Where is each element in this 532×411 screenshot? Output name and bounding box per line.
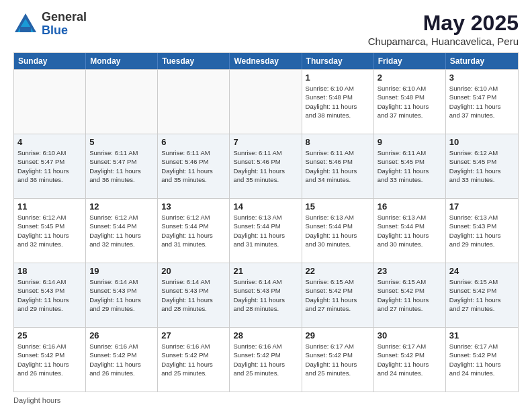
cal-cell: 15Sunrise: 6:13 AM Sunset: 5:44 PM Dayli… [302,199,374,263]
day-info: Sunrise: 6:16 AM Sunset: 5:42 PM Dayligh… [233,342,298,377]
cal-header-saturday: Saturday [446,53,518,69]
cal-week-4: 18Sunrise: 6:14 AM Sunset: 5:43 PM Dayli… [14,263,518,327]
cal-cell: 4Sunrise: 6:10 AM Sunset: 5:47 PM Daylig… [14,134,86,198]
day-number: 18 [17,266,82,276]
cal-cell: 3Sunrise: 6:10 AM Sunset: 5:47 PM Daylig… [446,70,518,134]
day-number: 6 [161,137,226,147]
day-info: Sunrise: 6:15 AM Sunset: 5:42 PM Dayligh… [449,277,515,313]
calendar-header-row: SundayMondayTuesdayWednesdayThursdayFrid… [14,53,518,69]
cal-header-sunday: Sunday [14,53,86,69]
cal-cell: 21Sunrise: 6:14 AM Sunset: 5:43 PM Dayli… [230,263,302,327]
svg-rect-2 [20,27,31,32]
cal-header-wednesday: Wednesday [230,53,302,69]
cal-cell: 16Sunrise: 6:13 AM Sunset: 5:44 PM Dayli… [374,199,446,263]
cal-cell: 2Sunrise: 6:10 AM Sunset: 5:48 PM Daylig… [374,70,446,134]
day-info: Sunrise: 6:10 AM Sunset: 5:48 PM Dayligh… [306,84,370,120]
day-info: Sunrise: 6:13 AM Sunset: 5:44 PM Dayligh… [233,213,298,248]
day-info: Sunrise: 6:17 AM Sunset: 5:42 PM Dayligh… [378,342,442,377]
cal-cell: 24Sunrise: 6:15 AM Sunset: 5:42 PM Dayli… [446,263,518,327]
day-info: Sunrise: 6:16 AM Sunset: 5:42 PM Dayligh… [89,342,154,377]
day-info: Sunrise: 6:11 AM Sunset: 5:46 PM Dayligh… [161,148,226,184]
header: General Blue May 2025 Chupamarca, Huanca… [13,11,519,47]
day-number: 19 [89,266,154,276]
day-number: 29 [306,330,370,340]
day-info: Sunrise: 6:13 AM Sunset: 5:44 PM Dayligh… [306,213,370,248]
cal-cell: 23Sunrise: 6:15 AM Sunset: 5:42 PM Dayli… [374,263,446,327]
day-info: Sunrise: 6:10 AM Sunset: 5:47 PM Dayligh… [449,84,515,120]
day-info: Sunrise: 6:16 AM Sunset: 5:42 PM Dayligh… [17,342,82,377]
day-number: 22 [306,266,370,276]
cal-cell: 11Sunrise: 6:12 AM Sunset: 5:45 PM Dayli… [14,199,86,263]
day-number: 2 [378,73,442,83]
day-number: 13 [161,201,226,212]
cal-cell: 30Sunrise: 6:17 AM Sunset: 5:42 PM Dayli… [374,328,446,392]
day-number: 30 [378,330,442,340]
day-info: Sunrise: 6:14 AM Sunset: 5:43 PM Dayligh… [161,277,226,313]
cal-cell: 1Sunrise: 6:10 AM Sunset: 5:48 PM Daylig… [302,70,374,134]
day-info: Sunrise: 6:14 AM Sunset: 5:43 PM Dayligh… [233,277,298,313]
title-month: May 2025 [368,11,519,36]
day-number: 9 [378,137,442,147]
logo-blue-text: Blue [42,24,87,38]
day-number: 7 [233,137,298,147]
cal-cell: 26Sunrise: 6:16 AM Sunset: 5:42 PM Dayli… [86,328,158,392]
cal-header-tuesday: Tuesday [158,53,230,69]
logo-general-text: General [42,11,87,24]
day-info: Sunrise: 6:13 AM Sunset: 5:44 PM Dayligh… [378,213,442,248]
day-info: Sunrise: 6:11 AM Sunset: 5:46 PM Dayligh… [306,148,370,184]
day-info: Sunrise: 6:12 AM Sunset: 5:45 PM Dayligh… [17,213,82,248]
day-number: 3 [449,73,515,83]
cal-cell: 12Sunrise: 6:12 AM Sunset: 5:44 PM Dayli… [86,199,158,263]
cal-cell: 20Sunrise: 6:14 AM Sunset: 5:43 PM Dayli… [158,263,230,327]
cal-week-2: 4Sunrise: 6:10 AM Sunset: 5:47 PM Daylig… [14,134,518,198]
cal-cell: 7Sunrise: 6:11 AM Sunset: 5:46 PM Daylig… [230,134,302,198]
cal-cell: 10Sunrise: 6:12 AM Sunset: 5:45 PM Dayli… [446,134,518,198]
day-number: 10 [449,137,515,147]
day-number: 16 [378,201,442,212]
cal-cell [14,70,86,134]
title-block: May 2025 Chupamarca, Huancavelica, Peru [368,11,519,47]
day-info: Sunrise: 6:11 AM Sunset: 5:47 PM Dayligh… [89,148,154,184]
day-number: 25 [17,330,82,340]
cal-cell: 5Sunrise: 6:11 AM Sunset: 5:47 PM Daylig… [86,134,158,198]
day-number: 24 [449,266,515,276]
day-number: 23 [378,266,442,276]
day-number: 1 [306,73,370,83]
cal-cell: 31Sunrise: 6:17 AM Sunset: 5:42 PM Dayli… [446,328,518,392]
day-number: 14 [233,201,298,212]
day-info: Sunrise: 6:11 AM Sunset: 5:46 PM Dayligh… [233,148,298,184]
footer: Daylight hours [13,396,519,404]
day-info: Sunrise: 6:17 AM Sunset: 5:42 PM Dayligh… [449,342,515,377]
cal-cell: 14Sunrise: 6:13 AM Sunset: 5:44 PM Dayli… [230,199,302,263]
day-number: 4 [17,137,82,147]
day-info: Sunrise: 6:11 AM Sunset: 5:45 PM Dayligh… [378,148,442,184]
cal-cell: 29Sunrise: 6:17 AM Sunset: 5:42 PM Dayli… [302,328,374,392]
day-info: Sunrise: 6:13 AM Sunset: 5:43 PM Dayligh… [449,213,515,248]
calendar-body: 1Sunrise: 6:10 AM Sunset: 5:48 PM Daylig… [14,69,518,392]
logo: General Blue [13,11,87,38]
day-info: Sunrise: 6:12 AM Sunset: 5:45 PM Dayligh… [449,148,515,184]
cal-header-monday: Monday [86,53,158,69]
cal-header-friday: Friday [374,53,446,69]
calendar: SundayMondayTuesdayWednesdayThursdayFrid… [13,52,519,392]
cal-cell: 6Sunrise: 6:11 AM Sunset: 5:46 PM Daylig… [158,134,230,198]
cal-cell: 18Sunrise: 6:14 AM Sunset: 5:43 PM Dayli… [14,263,86,327]
day-number: 15 [306,201,370,212]
cal-week-1: 1Sunrise: 6:10 AM Sunset: 5:48 PM Daylig… [14,69,518,134]
day-info: Sunrise: 6:10 AM Sunset: 5:48 PM Dayligh… [378,84,442,120]
cal-week-3: 11Sunrise: 6:12 AM Sunset: 5:45 PM Dayli… [14,198,518,263]
day-number: 12 [89,201,154,212]
day-info: Sunrise: 6:15 AM Sunset: 5:42 PM Dayligh… [378,277,442,313]
cal-cell: 19Sunrise: 6:14 AM Sunset: 5:43 PM Dayli… [86,263,158,327]
cal-cell: 13Sunrise: 6:12 AM Sunset: 5:44 PM Dayli… [158,199,230,263]
day-info: Sunrise: 6:14 AM Sunset: 5:43 PM Dayligh… [17,277,82,313]
day-number: 20 [161,266,226,276]
day-number: 17 [449,201,515,212]
day-number: 11 [17,201,82,212]
day-info: Sunrise: 6:12 AM Sunset: 5:44 PM Dayligh… [89,213,154,248]
cal-cell: 22Sunrise: 6:15 AM Sunset: 5:42 PM Dayli… [302,263,374,327]
cal-cell: 25Sunrise: 6:16 AM Sunset: 5:42 PM Dayli… [14,328,86,392]
day-info: Sunrise: 6:12 AM Sunset: 5:44 PM Dayligh… [161,213,226,248]
cal-cell [230,70,302,134]
day-info: Sunrise: 6:14 AM Sunset: 5:43 PM Dayligh… [89,277,154,313]
